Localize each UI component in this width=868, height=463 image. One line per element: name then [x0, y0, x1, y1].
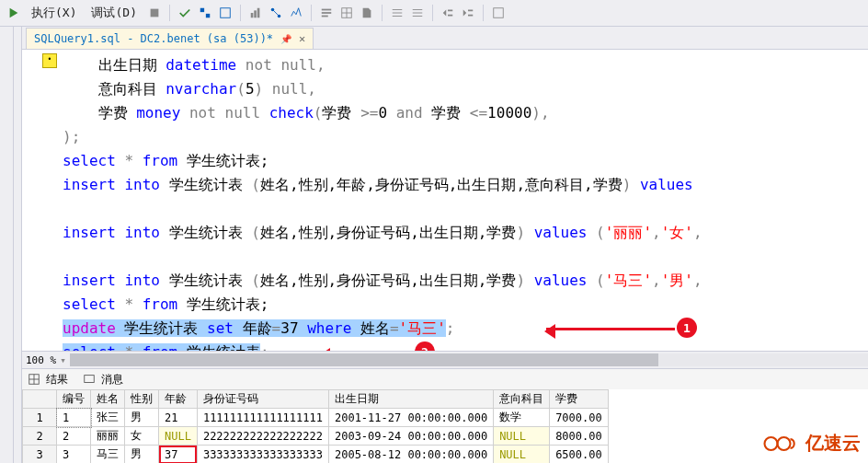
- comment-icon[interactable]: [389, 5, 405, 21]
- increase-indent-icon[interactable]: [460, 5, 476, 21]
- col-idcard[interactable]: 身份证号码: [197, 390, 328, 409]
- watermark: 亿速云: [761, 431, 861, 456]
- header-row: 编号 姓名 性别 年龄 身份证号码 出生日期 意向科目 学费: [23, 390, 609, 409]
- svg-rect-13: [494, 8, 504, 18]
- stop-icon[interactable]: [146, 5, 163, 21]
- svg-rect-6: [257, 8, 260, 18]
- svg-rect-15: [85, 376, 95, 383]
- code-text: 出生日期 datetime not null, 意向科目 nvarchar(5)…: [22, 50, 868, 351]
- col-rowhdr: [23, 390, 57, 409]
- col-birth[interactable]: 出生日期: [328, 390, 493, 409]
- uncomment-icon[interactable]: [409, 5, 426, 21]
- horizontal-scrollbar[interactable]: [70, 353, 868, 366]
- tab-bar: SQLQuery1.sql - DC2.benet (sa (53))* 📌 ✕: [22, 27, 868, 49]
- execute-menu[interactable]: 执行(X): [26, 3, 82, 23]
- code-editor[interactable]: • 出生日期 datetime not null, 意向科目 nvarchar(…: [22, 49, 868, 351]
- tab-results[interactable]: 结果: [26, 371, 68, 388]
- status-marker: •: [42, 53, 57, 68]
- col-fee[interactable]: 学费: [550, 390, 609, 409]
- svg-rect-2: [206, 14, 210, 17]
- svg-rect-10: [322, 12, 332, 14]
- svg-rect-4: [251, 13, 254, 17]
- left-dock: [0, 27, 14, 463]
- document-tab[interactable]: SQLQuery1.sql - DC2.benet (sa (53))* 📌 ✕: [26, 28, 314, 49]
- live-stats-icon[interactable]: [288, 5, 304, 21]
- client-stats-icon[interactable]: [247, 5, 264, 21]
- highlighted-cell: 37: [159, 446, 198, 464]
- message-icon: [81, 371, 97, 388]
- col-name[interactable]: 姓名: [91, 390, 125, 409]
- plan-icon[interactable]: [197, 5, 213, 21]
- execute-icon[interactable]: [6, 5, 22, 21]
- col-subject[interactable]: 意向科目: [494, 390, 550, 409]
- table-row[interactable]: 2 2 丽丽 女 NULL 222222222222222222 2003-09…: [23, 427, 609, 446]
- svg-point-17: [778, 437, 791, 450]
- table-row[interactable]: 3 3 马三 男 37 333333333333333333 2005-08-1…: [23, 446, 609, 464]
- results-text-icon[interactable]: [318, 5, 335, 21]
- main-toolbar: 执行(X) 调试(D): [0, 0, 868, 27]
- pin-icon[interactable]: 📌: [280, 34, 291, 44]
- col-age[interactable]: 年龄: [159, 390, 198, 409]
- results-grid[interactable]: 编号 姓名 性别 年龄 身份证号码 出生日期 意向科目 学费 1 1 张三 男 …: [22, 389, 868, 463]
- specify-values-icon[interactable]: [490, 5, 507, 21]
- zoom-level[interactable]: 100 %: [26, 354, 56, 366]
- decrease-indent-icon[interactable]: [440, 5, 456, 21]
- svg-rect-3: [221, 8, 231, 18]
- tab-messages[interactable]: 消息: [81, 371, 123, 388]
- parse-icon[interactable]: [177, 5, 193, 21]
- svg-rect-0: [151, 9, 159, 17]
- svg-rect-5: [254, 10, 257, 17]
- tab-label: SQLQuery1.sql - DC2.benet (sa (53))*: [34, 32, 273, 45]
- svg-point-16: [765, 437, 778, 450]
- gutter: [14, 27, 22, 463]
- results-grid-icon[interactable]: [338, 5, 355, 21]
- col-sex[interactable]: 性别: [125, 390, 159, 409]
- svg-rect-11: [322, 16, 328, 17]
- properties-icon[interactable]: [217, 5, 234, 21]
- svg-rect-9: [322, 9, 332, 11]
- debug-menu[interactable]: 调试(D): [86, 3, 142, 23]
- results-tabs: 结果 消息: [22, 368, 868, 389]
- svg-rect-1: [200, 8, 204, 12]
- actual-plan-icon[interactable]: [268, 5, 284, 21]
- col-id[interactable]: 编号: [57, 390, 91, 409]
- grid-icon: [26, 371, 42, 388]
- table-row[interactable]: 1 1 张三 男 21 111111111111111111 2001-11-2…: [23, 409, 609, 427]
- results-file-icon[interactable]: [359, 5, 375, 21]
- close-icon[interactable]: ✕: [299, 32, 305, 45]
